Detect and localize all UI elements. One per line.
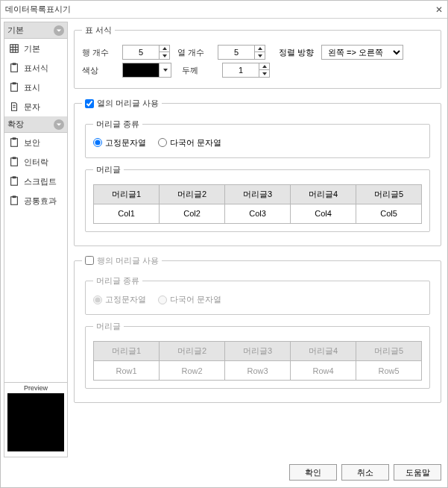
sidebar-item-label: 공통효과 bbox=[24, 195, 57, 207]
color-swatch bbox=[123, 63, 159, 77]
row-value-cell: Row4 bbox=[291, 361, 356, 381]
sidebar-item-basic[interactable]: 기본 bbox=[4, 39, 67, 58]
use-row-header-label: 행의 머리글 사용 bbox=[97, 255, 159, 266]
group-row-header-type: 머리글 종류 고정문자열 다국어 문자열 bbox=[85, 275, 430, 315]
group-title: 표 서식 bbox=[82, 25, 115, 36]
chevron-down-icon[interactable] bbox=[159, 63, 171, 77]
group-row-header-table: 머리글 머리글1 머리글2 머리글3 머리글4 머리글5 Row1 Row2 bbox=[85, 321, 430, 389]
row-header-cell: 머리글4 bbox=[291, 342, 356, 361]
svg-rect-17 bbox=[11, 197, 18, 205]
row-value-cell: Row3 bbox=[225, 361, 291, 381]
clipboard-icon bbox=[9, 195, 19, 206]
group-table-format: 표 서식 행 개수 열 개수 정렬 방향 왼쪽 => 오른쪽 bbox=[74, 25, 441, 89]
col-value-cell[interactable]: Col1 bbox=[94, 204, 160, 223]
use-col-header-label: 열의 머리글 사용 bbox=[97, 98, 159, 109]
table-row: Col1 Col2 Col3 Col4 Col5 bbox=[94, 204, 422, 223]
col-header-cell: 머리글3 bbox=[225, 184, 291, 204]
color-label: 색상 bbox=[82, 65, 115, 76]
sidebar-section-label: 기본 bbox=[7, 25, 24, 36]
preview-label: Preview bbox=[24, 383, 48, 393]
header-title: 머리글 bbox=[93, 321, 124, 332]
col-header-table: 머리글1 머리글2 머리글3 머리글4 머리글5 Col1 Col2 Col3 … bbox=[93, 184, 422, 224]
svg-rect-13 bbox=[11, 158, 18, 166]
spin-up-icon[interactable] bbox=[259, 63, 269, 70]
row-header-cell: 머리글3 bbox=[225, 342, 291, 361]
col-value-cell[interactable]: Col5 bbox=[356, 204, 422, 223]
col-header-cell: 머리글4 bbox=[291, 184, 356, 204]
sidebar-section-ext[interactable]: 확장 bbox=[4, 116, 67, 133]
row-header-cell: 머리글1 bbox=[94, 342, 160, 361]
header-type-title: 머리글 종류 bbox=[93, 119, 142, 130]
close-icon[interactable]: ✕ bbox=[435, 4, 443, 15]
titlebar: 데이터목록표시기 ✕ bbox=[1, 1, 447, 19]
radio-multi: 다국어 문자열 bbox=[158, 294, 221, 305]
thickness-label: 두께 bbox=[182, 65, 215, 76]
align-label: 정렬 방향 bbox=[279, 47, 314, 58]
sidebar-section-label: 확장 bbox=[7, 119, 24, 130]
clipboard-icon bbox=[9, 157, 19, 167]
sidebar-item-commoneffect[interactable]: 공통효과 bbox=[4, 191, 67, 210]
group-row-header: 행의 머리글 사용 머리글 종류 고정문자열 다국어 문자열 머리글 머리글1 bbox=[74, 255, 441, 404]
row-value-cell: Row5 bbox=[356, 361, 422, 381]
cols-spinner[interactable] bbox=[218, 45, 265, 60]
spin-down-icon[interactable] bbox=[259, 70, 269, 77]
clipboard-icon bbox=[9, 63, 19, 73]
svg-rect-15 bbox=[11, 178, 18, 186]
spin-up-icon[interactable] bbox=[159, 46, 169, 52]
table-row: Row1 Row2 Row3 Row4 Row5 bbox=[94, 361, 422, 381]
row-value-cell: Row1 bbox=[94, 361, 160, 381]
svg-rect-5 bbox=[11, 64, 18, 72]
clipboard-icon bbox=[9, 176, 19, 187]
rows-input[interactable] bbox=[123, 46, 159, 59]
header-type-title: 머리글 종류 bbox=[93, 275, 142, 287]
sidebar-item-interlock[interactable]: 인터락 bbox=[4, 152, 67, 172]
preview-panel: Preview bbox=[4, 382, 67, 457]
thickness-spinner[interactable] bbox=[222, 63, 270, 78]
align-select[interactable]: 왼쪽 => 오른쪽 bbox=[321, 45, 403, 60]
svg-rect-11 bbox=[11, 139, 18, 147]
col-header-cell: 머리글1 bbox=[94, 184, 160, 204]
radio-multi[interactable]: 다국어 문자열 bbox=[158, 137, 221, 148]
ok-button[interactable]: 확인 bbox=[289, 464, 337, 481]
group-col-header: 열의 머리글 사용 머리글 종류 고정문자열 다국어 문자열 머리글 머리글1 bbox=[74, 98, 441, 246]
clipboard-icon bbox=[9, 137, 19, 148]
sidebar-item-script[interactable]: 스크립트 bbox=[4, 172, 67, 191]
sidebar-item-label: 기본 bbox=[24, 43, 40, 54]
table-row: 머리글1 머리글2 머리글3 머리글4 머리글5 bbox=[94, 342, 422, 361]
sidebar-item-tableformat[interactable]: 표서식 bbox=[4, 58, 67, 78]
spin-down-icon[interactable] bbox=[159, 52, 169, 59]
group-col-header-table: 머리글 머리글1 머리글2 머리글3 머리글4 머리글5 Col1 Col2 bbox=[85, 164, 430, 232]
use-col-header-checkbox[interactable]: 열의 머리글 사용 bbox=[85, 98, 159, 109]
rows-spinner[interactable] bbox=[122, 45, 170, 60]
dialog-window: 데이터목록표시기 ✕ 기본 기본 표서식 표시 문자 bbox=[0, 0, 448, 488]
sidebar-item-label: 표서식 bbox=[24, 63, 48, 74]
dialog-footer: 확인 취소 도움말 bbox=[1, 460, 447, 487]
color-picker[interactable] bbox=[122, 63, 171, 78]
sidebar: 기본 기본 표서식 표시 문자 확장 bbox=[4, 22, 68, 457]
cols-input[interactable] bbox=[218, 46, 254, 59]
radio-fixed[interactable]: 고정문자열 bbox=[93, 137, 146, 148]
sidebar-item-display[interactable]: 표시 bbox=[4, 78, 67, 97]
thickness-input[interactable] bbox=[223, 63, 259, 77]
radio-fixed: 고정문자열 bbox=[93, 294, 146, 305]
col-value-cell[interactable]: Col3 bbox=[225, 204, 291, 223]
sidebar-item-security[interactable]: 보안 bbox=[4, 133, 67, 152]
window-title: 데이터목록표시기 bbox=[5, 4, 71, 15]
sidebar-item-label: 스크립트 bbox=[24, 176, 57, 187]
col-value-cell[interactable]: Col4 bbox=[291, 204, 356, 223]
spin-up-icon[interactable] bbox=[254, 46, 265, 52]
cols-label: 열 개수 bbox=[177, 47, 210, 58]
spin-down-icon[interactable] bbox=[254, 52, 265, 59]
help-button[interactable]: 도움말 bbox=[394, 464, 441, 481]
col-header-cell: 머리글2 bbox=[160, 184, 225, 204]
col-value-cell[interactable]: Col2 bbox=[160, 204, 225, 223]
row-header-cell: 머리글5 bbox=[356, 342, 422, 361]
use-row-header-checkbox[interactable]: 행의 머리글 사용 bbox=[85, 255, 159, 266]
sidebar-item-label: 보안 bbox=[24, 137, 40, 148]
sidebar-item-label: 표시 bbox=[24, 82, 40, 93]
cancel-button[interactable]: 취소 bbox=[341, 464, 389, 481]
sidebar-item-text[interactable]: 문자 bbox=[4, 97, 67, 116]
grid-icon bbox=[9, 43, 19, 54]
sidebar-section-basic[interactable]: 기본 bbox=[4, 22, 67, 39]
row-value-cell: Row2 bbox=[160, 361, 225, 381]
